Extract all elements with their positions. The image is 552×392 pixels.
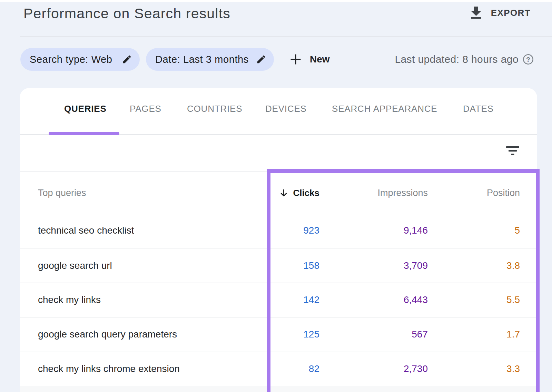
new-filter-label: New: [310, 54, 330, 65]
filter-button[interactable]: [506, 146, 520, 156]
tab-countries[interactable]: COUNTRIES: [187, 103, 242, 114]
date-chip-label: Date: Last 3 months: [155, 54, 249, 65]
tab-search-appearance[interactable]: SEARCH APPEARANCE: [332, 103, 437, 114]
search-type-chip-label: Search type: Web: [30, 54, 112, 65]
filter-icon: [506, 146, 520, 156]
tab-dates[interactable]: DATES: [463, 103, 494, 114]
plus-icon: [290, 54, 301, 65]
download-icon: [471, 7, 481, 19]
date-chip[interactable]: Date: Last 3 months: [146, 48, 274, 71]
top-queries-column-header: Top queries: [38, 173, 86, 213]
last-updated-label: Last updated: 8 hours ago: [395, 53, 519, 65]
help-icon[interactable]: ?: [523, 54, 534, 65]
annotation-rectangle: [267, 169, 540, 392]
page-title: Performance on Search results: [23, 7, 230, 21]
svg-text:?: ?: [526, 56, 530, 63]
edit-icon: [256, 54, 266, 65]
export-label: EXPORT: [491, 8, 531, 18]
tab-pages[interactable]: PAGES: [130, 103, 161, 114]
new-filter-button[interactable]: New: [290, 48, 330, 71]
tab-devices[interactable]: DEVICES: [265, 103, 307, 114]
query-cell: check my links chrome extension: [38, 352, 180, 386]
edit-icon: [122, 54, 132, 65]
query-cell: technical seo checklist: [38, 213, 134, 248]
query-cell: google search query parameters: [38, 317, 177, 352]
export-button[interactable]: EXPORT: [471, 7, 531, 19]
search-type-chip[interactable]: Search type: Web: [20, 48, 140, 71]
header-divider: [20, 36, 552, 37]
active-tab-underline: [49, 132, 119, 136]
last-updated: Last updated: 8 hours ago ?: [395, 48, 534, 71]
tab-queries[interactable]: QUERIES: [64, 103, 107, 114]
query-cell: check my links: [38, 283, 101, 317]
top-strip: [0, 0, 552, 2]
query-cell: google search url: [38, 248, 112, 283]
